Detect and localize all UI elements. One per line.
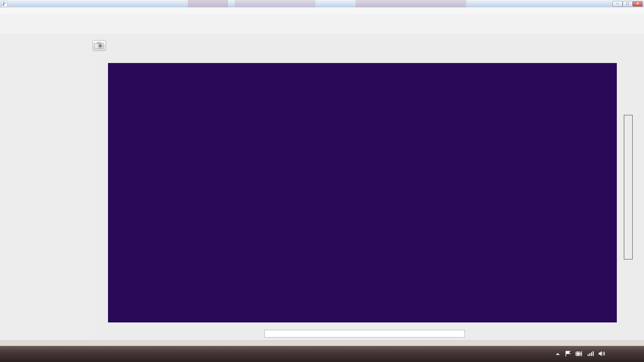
- network-signal-icon[interactable]: [588, 351, 594, 356]
- spectrogram-plot[interactable]: [108, 63, 617, 322]
- java-app-icon: [1, 1, 7, 7]
- minimize-button[interactable]: ─: [612, 1, 623, 7]
- maximize-button[interactable]: ▢: [623, 1, 633, 7]
- aero-glass-tint: [188, 0, 228, 7]
- windows-taskbar: [0, 346, 644, 362]
- close-button[interactable]: ✕: [633, 1, 643, 7]
- main-toolbar: [0, 14, 644, 34]
- title-bar: ─ ▢ ✕: [0, 0, 644, 8]
- camera-icon: [93, 41, 105, 50]
- chart-legend-bar: [264, 330, 465, 338]
- menu-bar: [0, 7, 644, 14]
- aero-glass-tint: [235, 0, 315, 7]
- capture-button[interactable]: [93, 40, 106, 51]
- power-plug-icon[interactable]: [576, 351, 583, 357]
- status-bar: [0, 339, 644, 346]
- volume-icon[interactable]: [598, 351, 606, 357]
- tray-expand-icon[interactable]: [555, 353, 560, 355]
- aero-glass-tint: [356, 0, 466, 7]
- measurement-list: [0, 34, 89, 339]
- rew-application-window: ─ ▢ ✕ «: [0, 0, 644, 362]
- colorbar: [624, 115, 633, 259]
- action-center-flag-icon[interactable]: [565, 351, 572, 357]
